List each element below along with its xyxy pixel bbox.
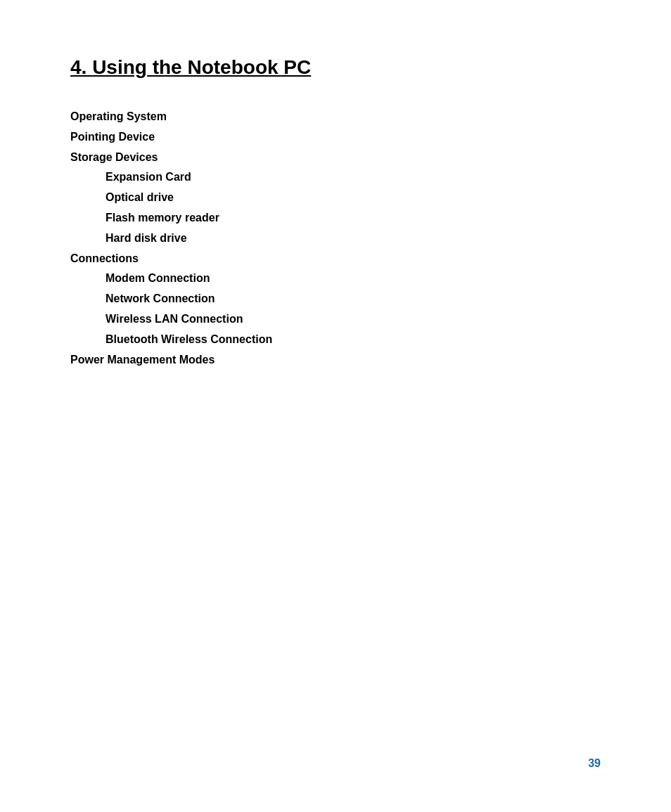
page-number: 39 <box>588 757 601 770</box>
toc-item: Hard disk drive <box>70 228 601 249</box>
toc-item: Optical drive <box>70 188 601 208</box>
chapter-title: 4. Using the Notebook PC <box>70 56 601 79</box>
toc-section: Operating SystemPointing DeviceStorage D… <box>70 107 601 370</box>
toc-item: Operating System <box>70 107 601 127</box>
toc-item: Expansion Card <box>70 167 601 188</box>
toc-item: Modem Connection <box>70 269 601 289</box>
toc-item: Bluetooth Wireless Connection <box>70 330 601 350</box>
toc-item: Network Connection <box>70 289 601 309</box>
page-container: 4. Using the Notebook PC Operating Syste… <box>0 0 671 812</box>
toc-item: Pointing Device <box>70 127 601 148</box>
toc-item: Wireless LAN Connection <box>70 309 601 330</box>
toc-item: Flash memory reader <box>70 208 601 228</box>
toc-item: Storage Devices <box>70 148 601 168</box>
toc-item: Power Management Modes <box>70 350 601 370</box>
toc-item: Connections <box>70 249 601 269</box>
